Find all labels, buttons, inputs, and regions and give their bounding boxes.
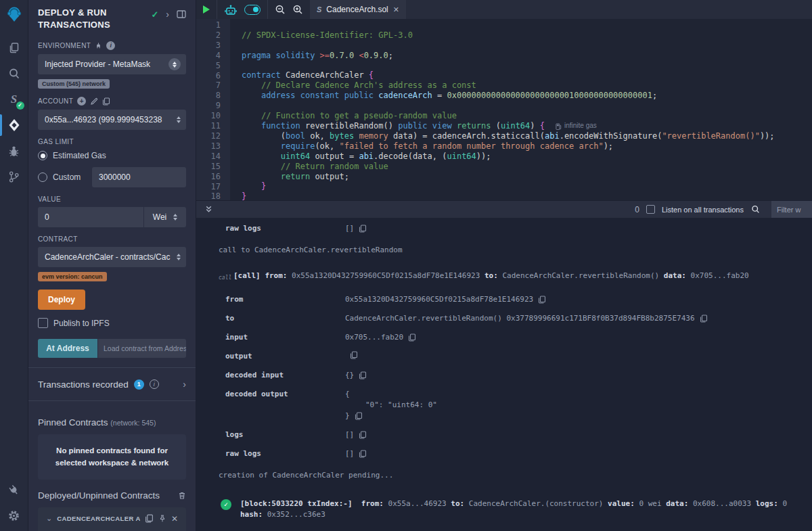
remove-contract-icon[interactable]: ✕ <box>171 514 178 524</box>
value-input[interactable]: 0 <box>38 207 143 227</box>
file-explorer-icon[interactable] <box>0 35 28 61</box>
zoom-in-icon[interactable] <box>292 4 303 15</box>
filter-input[interactable]: Filter w <box>771 201 812 218</box>
terminal-search-icon[interactable] <box>750 204 761 214</box>
terminal-value: [] <box>345 223 367 234</box>
terminal-success-row[interactable]: ✓[block:5033220 txIndex:-] from: 0x55a..… <box>221 499 812 520</box>
collapse-contract-icon[interactable]: ⌄ <box>46 514 52 523</box>
environment-label: ENVIRONMENT <box>38 42 91 49</box>
pin-contract-icon[interactable] <box>158 514 166 523</box>
environment-select[interactable]: Injected Provider - MetaMask <box>38 54 186 74</box>
chevron-updown-icon <box>177 116 181 123</box>
chevron-updown-icon <box>168 58 181 70</box>
copy-icon[interactable] <box>359 450 367 458</box>
line-number: 1 <box>196 20 230 30</box>
code-editor[interactable]: 123456789101112131415161718 // SPDX-Lice… <box>196 19 812 200</box>
success-check-icon: ✓ <box>221 499 231 510</box>
contract-card-title: CADENCEARCHCALER AT 0) <box>57 515 140 522</box>
plugin-manager-icon[interactable] <box>0 477 28 503</box>
terminal-kv-row: decoded input{} <box>196 370 812 381</box>
copy-icon[interactable] <box>359 371 367 379</box>
listen-checkbox[interactable] <box>646 205 655 214</box>
code-line: // Function to get a pseudo-random value <box>242 111 775 121</box>
transactions-recorded-label: Transactions recorded <box>38 379 129 390</box>
code-line: (bool ok, bytes memory data) = cadenceAr… <box>242 131 775 141</box>
custom-gas-radio[interactable]: Custom <box>38 172 87 182</box>
no-pinned-message: No pinned contracts found for selected w… <box>38 434 186 480</box>
contract-select[interactable]: CadenceArchCaler - contracts/Cac <box>38 247 186 267</box>
line-number: 11 <box>196 121 230 131</box>
code-line <box>242 41 775 51</box>
at-address-button[interactable]: At Address <box>38 339 97 358</box>
add-account-icon[interactable]: + <box>77 97 86 106</box>
terminal-kv-row: logs[] <box>196 430 812 440</box>
line-number: 5 <box>196 61 230 71</box>
terminal-kv-row: raw logs[] <box>196 223 812 234</box>
line-number: 15 <box>196 162 230 172</box>
zoom-out-icon[interactable] <box>275 4 286 15</box>
line-number: 14 <box>196 152 230 162</box>
remix-logo[interactable] <box>5 5 23 26</box>
environment-info-icon[interactable]: i <box>106 41 115 50</box>
transactions-recorded-row[interactable]: Transactions recorded 1 i › <box>28 368 196 400</box>
terminal-call-row[interactable]: call[call] from: 0x55a1320D432759960C5Df… <box>219 271 812 283</box>
source-control-icon[interactable] <box>0 164 28 189</box>
copy-address-icon[interactable] <box>145 514 154 523</box>
copy-icon[interactable] <box>359 225 367 233</box>
debugger-icon[interactable] <box>0 138 28 164</box>
settings-icon[interactable] <box>0 503 28 528</box>
terminal-kv-row: decoded output{"0": "uint64: 0"} <box>196 389 812 421</box>
terminal-value: 0x55a1320D432759960C5Df0215a8dF78e1E1469… <box>345 294 546 305</box>
estimated-gas-radio[interactable]: Estimated Gas <box>38 151 186 160</box>
deploy-run-panel: DEPLOY & RUN TRANSACTIONS ✓ › ENVIRONMEN… <box>28 0 196 531</box>
terminal[interactable]: raw logs[]call to CadenceArchCaler.rever… <box>196 218 812 531</box>
copy-icon[interactable] <box>700 315 708 323</box>
copy-icon[interactable] <box>355 412 363 420</box>
terminal-log-text: creation of CadenceArchCaler pending... <box>219 470 812 481</box>
terminal-key: raw logs <box>225 223 345 234</box>
sign-message-icon[interactable] <box>90 97 98 106</box>
line-number: 3 <box>196 41 230 51</box>
deploy-button[interactable]: Deploy <box>38 290 85 310</box>
copy-account-icon[interactable] <box>102 97 110 106</box>
terminal-key: decoded output <box>225 389 345 400</box>
copy-icon[interactable] <box>538 296 546 304</box>
gas-limit-label: GAS LIMIT <box>38 138 74 145</box>
account-select[interactable]: 0x55a...46923 (999.9999453238 <box>38 110 186 130</box>
transactions-info-icon[interactable]: i <box>150 379 159 389</box>
code-line: return output; <box>242 172 775 182</box>
ai-copilot-icon[interactable] <box>224 4 238 16</box>
custom-gas-input[interactable]: 3000000 <box>92 167 186 187</box>
line-number: 10 <box>196 111 230 121</box>
tab-label: CadenceArch.sol <box>326 5 388 14</box>
tab-cadencearch-sol[interactable]: S CadenceArch.sol ✕ <box>310 0 406 19</box>
publish-ipfs-checkbox[interactable]: Publish to IPFS <box>38 318 186 328</box>
listen-label: Listen on all transactions <box>662 206 744 214</box>
panel-forward-icon[interactable]: › <box>166 9 169 20</box>
solidity-compiler-icon[interactable]: S ✓ <box>0 87 28 112</box>
fork-state-icon[interactable] <box>95 42 102 49</box>
copy-icon[interactable] <box>350 351 358 359</box>
terminal-key: raw logs <box>225 448 345 459</box>
code-line <box>242 20 775 30</box>
copilot-toggle[interactable] <box>244 5 261 15</box>
clear-contracts-trash-icon[interactable] <box>178 491 186 500</box>
at-address-input[interactable]: Load contract from Addres <box>98 339 186 358</box>
panel-layout-icon[interactable] <box>177 9 186 19</box>
terminal-value: [] <box>345 448 367 459</box>
contract-label: CONTRACT <box>38 235 78 243</box>
close-tab-icon[interactable]: ✕ <box>393 5 399 14</box>
transactions-expand-icon[interactable]: › <box>183 379 186 390</box>
line-number: 2 <box>196 30 230 41</box>
run-script-icon[interactable] <box>203 5 210 14</box>
copy-icon[interactable] <box>359 431 367 439</box>
terminal-kv-row: output <box>196 351 812 362</box>
line-number: 4 <box>196 51 230 61</box>
collapse-terminal-icon[interactable] <box>204 205 213 214</box>
deploy-run-icon[interactable] <box>0 112 28 138</box>
copy-icon[interactable] <box>408 333 416 342</box>
account-label: ACCOUNT <box>38 97 73 105</box>
value-unit-select[interactable]: Wei <box>144 207 186 227</box>
search-icon[interactable] <box>0 61 28 87</box>
code-line <box>242 61 775 71</box>
